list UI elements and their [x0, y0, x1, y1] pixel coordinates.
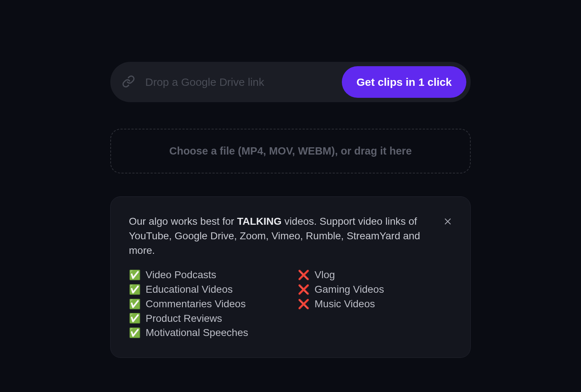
list-item: ✅ Product Reviews [129, 311, 283, 326]
check-icon: ✅ [129, 299, 141, 309]
get-clips-button[interactable]: Get clips in 1 click [342, 66, 466, 98]
list-item-label: Commentaries Videos [146, 297, 246, 311]
list-item-label: Gaming Videos [315, 282, 384, 297]
list-item: ❌ Gaming Videos [298, 282, 452, 297]
list-item-label: Music Videos [315, 297, 375, 311]
list-item-label: Product Reviews [146, 311, 222, 326]
info-desc-prefix: Our algo works best for [129, 216, 237, 227]
check-icon: ✅ [129, 328, 141, 337]
list-item: ✅ Commentaries Videos [129, 297, 283, 311]
list-item-label: Motivational Speeches [146, 325, 248, 340]
cross-icon: ❌ [298, 285, 309, 294]
url-input[interactable] [145, 76, 342, 88]
list-item: ✅ Motivational Speeches [129, 325, 283, 340]
list-item-label: Vlog [315, 268, 335, 282]
info-description: Our algo works best for TALKING videos. … [129, 214, 452, 257]
close-icon [443, 221, 452, 227]
cross-icon: ❌ [298, 299, 309, 309]
list-item: ❌ Music Videos [298, 297, 452, 311]
check-icon: ✅ [129, 270, 141, 280]
list-item: ✅ Video Podcasts [129, 268, 283, 282]
info-panel: Our algo works best for TALKING videos. … [110, 196, 471, 358]
dropzone-label: Choose a file (MP4, MOV, WEBM), or drag … [169, 145, 412, 157]
unsupported-list: ❌ Vlog ❌ Gaming Videos ❌ Music Videos [298, 268, 452, 340]
supported-list: ✅ Video Podcasts ✅ Educational Videos ✅ … [129, 268, 283, 340]
compatibility-lists: ✅ Video Podcasts ✅ Educational Videos ✅ … [129, 268, 452, 340]
list-item-label: Educational Videos [146, 282, 233, 297]
check-icon: ✅ [129, 313, 141, 323]
check-icon: ✅ [129, 285, 141, 294]
main-container: Get clips in 1 click Choose a file (MP4,… [110, 62, 471, 392]
info-desc-highlight: TALKING [237, 216, 281, 227]
url-input-row: Get clips in 1 click [110, 62, 471, 102]
link-icon [122, 75, 135, 89]
cross-icon: ❌ [298, 270, 309, 280]
list-item: ✅ Educational Videos [129, 282, 283, 297]
list-item-label: Video Podcasts [146, 268, 216, 282]
close-button[interactable] [442, 216, 454, 228]
list-item: ❌ Vlog [298, 268, 452, 282]
file-dropzone[interactable]: Choose a file (MP4, MOV, WEBM), or drag … [110, 129, 471, 173]
